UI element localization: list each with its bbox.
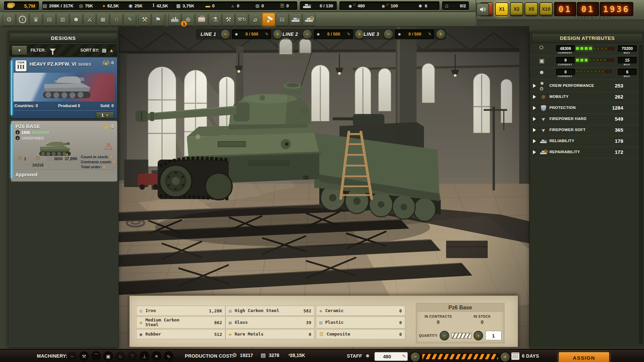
attr-reliability[interactable]: RELIABILITY 178 [530, 136, 641, 147]
machine-welding-mask[interactable]: ▣ [103, 351, 113, 361]
filter-funnel-icon[interactable] [50, 49, 56, 52]
machine-welding-torch[interactable]: ⌁ [67, 351, 77, 361]
line-2-increase-button[interactable]: + [355, 29, 365, 39]
quantity-slider[interactable] [451, 333, 471, 339]
in-contracts-value: 0 [416, 319, 460, 325]
settings-button[interactable]: ⚙ [3, 13, 15, 26]
production-cost-stat: ⚙ 34316 [30, 155, 46, 168]
blueprints-button[interactable]: ✎ [123, 13, 136, 26]
filter-dropdown-button[interactable]: ▼ [12, 46, 27, 55]
staff-slider[interactable] [422, 354, 498, 360]
edit-icon[interactable]: ✎ [428, 32, 432, 37]
attr-repairability[interactable]: REPAIRABILITY 172 [530, 147, 641, 158]
tank-upgrades-button[interactable] [303, 13, 315, 26]
info-icon: i [19, 16, 26, 23]
measuring-button[interactable]: ⌀ [249, 13, 262, 26]
expand-arrow-icon[interactable] [533, 84, 536, 88]
staff-decrease-button[interactable]: − [410, 352, 421, 362]
line-1-decrease-button[interactable]: − [220, 29, 230, 39]
expand-arrow-icon[interactable] [533, 128, 536, 132]
refit-button[interactable]: ⚒↻ [235, 13, 248, 26]
line-1-increase-button[interactable]: + [273, 29, 283, 39]
contracts-button[interactable] [195, 13, 208, 26]
attr-firepower-hard[interactable]: ➤ FIREPOWER HARD 549 [530, 114, 641, 125]
stock-line: Count in stock: 0 [81, 155, 112, 159]
warning-icon[interactable]: ⚠ [104, 140, 113, 152]
edit-icon[interactable]: ✎ [265, 32, 269, 37]
bunker-button[interactable]: ∩ [110, 13, 123, 26]
research-button[interactable]: ⚗ [209, 13, 221, 26]
announcements-button[interactable] [476, 3, 489, 16]
resource-steel-beam: I42,5K [148, 3, 173, 8]
material-row-high-carbon-steel: ▤ High Carbon Steel582 [225, 306, 315, 316]
expand-arrow-icon[interactable] [533, 95, 536, 99]
line-staff-value: 0 / 500 [403, 32, 426, 37]
speed-x5-button[interactable]: X5 [525, 2, 538, 16]
military-button[interactable]: ⚔ [83, 13, 96, 26]
speed-x10-button[interactable]: X10 [539, 2, 553, 16]
achievements-button[interactable]: ♛ [30, 13, 42, 26]
city-button[interactable]: ▦ [97, 13, 109, 26]
factory-button[interactable] [168, 13, 181, 26]
machine-pipe-bender[interactable]: ∿ [164, 351, 173, 361]
world-map-button[interactable]: ⊕1 [182, 13, 195, 26]
gold-bars-icon: ▬ [205, 3, 210, 8]
attr-firepower-soft[interactable]: ➤ FIREPOWER SOFT 365 [530, 125, 641, 136]
materials-button[interactable]: ▤ [276, 13, 288, 26]
line-3-decrease-button[interactable]: − [383, 29, 393, 39]
speed-x2-button[interactable]: X2 [510, 2, 523, 16]
edit-icon[interactable]: ✎ [347, 32, 351, 37]
date-day: 01 [554, 2, 576, 16]
tank-designs-button[interactable] [289, 13, 302, 26]
edit-icon[interactable]: ✎ [402, 354, 406, 359]
panel-scrollbar[interactable] [639, 45, 643, 344]
machine-roller[interactable]: ⌒ [91, 351, 101, 361]
machine-ladle[interactable]: ∪ [115, 351, 125, 361]
machine-saw-blade[interactable]: ☀ [152, 351, 161, 361]
staff-increase-button[interactable]: + [500, 352, 511, 362]
machine-bolt[interactable]: ⊤ [127, 351, 137, 361]
gear-icon: ⚙ [232, 352, 237, 358]
money-cost-stat: 37,99K [62, 155, 80, 162]
attr-mobility[interactable]: ⊛ MOBILITY 262 [530, 92, 641, 103]
expand-arrow-icon[interactable] [533, 117, 536, 121]
design-card-pz6-base[interactable]: PZ6 BASE 0 i 1935 MODERN i UNDEFINED [10, 120, 118, 182]
glass-panes-icon: ▦ [176, 3, 180, 8]
attr-protection[interactable]: PROTECTION 1284 [530, 103, 641, 114]
line-3-increase-button[interactable]: + [436, 29, 446, 39]
info-icon[interactable]: i [15, 136, 20, 140]
expand-arrow-icon[interactable] [533, 106, 536, 110]
weight-max: 70200 [618, 45, 637, 52]
sort-list-icon[interactable]: ▤ [102, 48, 106, 53]
money-slot: 5,7M [4, 1, 39, 10]
info-icon[interactable]: i [15, 130, 20, 134]
info-button[interactable]: i [16, 13, 29, 26]
expand-arrow-icon[interactable] [533, 139, 536, 143]
resource-pipes: ◎75K [73, 3, 98, 8]
plastic-icon: ▧ [319, 320, 322, 325]
speed-x1-button[interactable]: X1 [495, 2, 508, 16]
reports-button[interactable]: ▥ [56, 13, 69, 26]
expand-arrow-icon[interactable] [533, 150, 536, 154]
staff-input[interactable] [375, 352, 399, 361]
steel-icon: ▤ [261, 352, 266, 358]
assign-button[interactable]: ASSIGN [557, 351, 610, 362]
production-button-active[interactable] [262, 13, 275, 26]
quantity-decrease-button[interactable]: − [440, 331, 449, 340]
design-series-card[interactable]: TIER III HEAVY PZ.KPFW. VISERIES 0 [10, 57, 118, 119]
steel-sheets-icon: ▤ [43, 3, 47, 8]
attr-crew-performance[interactable]: ☻⚙ CREW PERFORMANCE 253 [530, 80, 641, 92]
newspaper-button[interactable]: ▤ [43, 13, 56, 26]
machine-drill-press[interactable]: ⊥ [140, 351, 149, 361]
variant-dropdown[interactable]: 1▼ [96, 112, 114, 119]
engineering-button[interactable]: ⚑ [152, 13, 164, 26]
workshop-button[interactable]: ⚒ [138, 13, 151, 26]
intelligence-button[interactable]: ☻ [70, 13, 83, 26]
quantity-input[interactable] [485, 331, 501, 340]
line-2-decrease-button[interactable]: − [302, 29, 312, 39]
sort-ascending-icon[interactable]: ▲ [109, 48, 114, 53]
quantity-increase-button[interactable]: + [474, 331, 483, 340]
machine-press-hammer[interactable]: ⚒ [79, 351, 89, 361]
designs-panel-title: DESIGNS [9, 33, 117, 43]
maintenance-button[interactable]: ⚒ [222, 13, 235, 26]
